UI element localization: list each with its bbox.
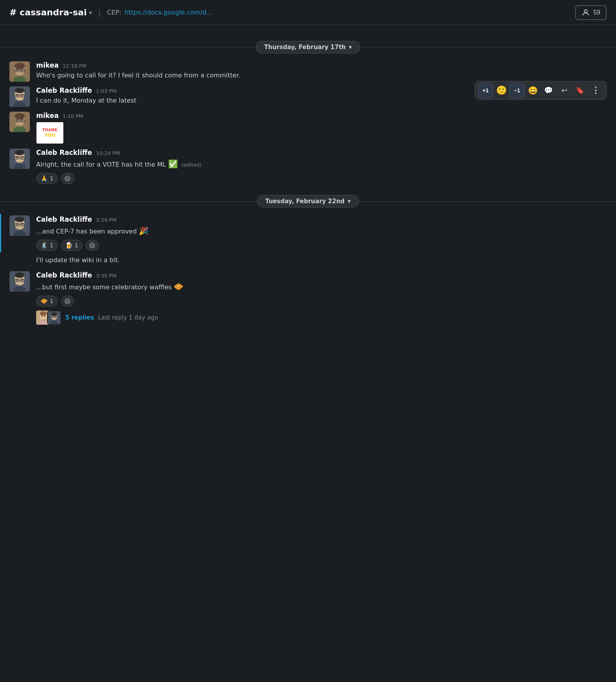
members-count: 59	[593, 9, 600, 16]
add-reaction-icon-4: 😄	[64, 175, 71, 182]
message-5-author: Caleb Rackliffe	[36, 215, 92, 223]
channel-chevron-icon[interactable]: ▾	[89, 9, 92, 16]
add-reaction-button-5[interactable]: 😄	[86, 240, 99, 251]
caleb-avatar-svg-3	[9, 215, 30, 236]
date-tuesday-text: Tuesday, February 22nd	[265, 198, 345, 205]
reaction-dance-count: 1	[50, 242, 53, 248]
svg-point-53	[22, 279, 23, 281]
svg-point-7	[16, 70, 18, 71]
message-5-text: ...and CEP-7 has been approved 🎉	[36, 225, 607, 237]
avatar-caleb-4	[9, 271, 30, 292]
message-5-content: Caleb Rackliffe 3:29 PM ...and CEP-7 has…	[36, 215, 607, 251]
message-4-text: Alright, the call for a VOTE has hit the…	[36, 158, 607, 170]
message-row-2: Caleb Rackliffe 1:03 PM I can do it, Mon…	[0, 85, 616, 108]
members-button[interactable]: 59	[575, 5, 607, 20]
add-reaction-button-6[interactable]: 😄	[61, 296, 74, 307]
message-5-time: 3:29 PM	[96, 217, 116, 223]
message-row-5: Caleb Rackliffe 3:29 PM ...and CEP-7 has…	[0, 214, 616, 252]
caleb-avatar-svg-2	[9, 149, 30, 169]
add-reaction-icon-5: 😄	[89, 242, 96, 249]
message-4-author: Caleb Rackliffe	[36, 149, 92, 156]
message-4-meta: Caleb Rackliffe 10:24 PM	[36, 149, 607, 156]
svg-point-34	[16, 157, 18, 158]
reaction-thankyou-emoji: 🙏	[40, 175, 48, 182]
channel-name[interactable]: # cassandra-sai ▾	[9, 7, 92, 17]
more-options-button[interactable]: ⋮	[588, 83, 603, 98]
thank-you-card: THANK YOU	[36, 122, 64, 144]
message-5-reactions: 🕺 1 🍺 1 😄	[36, 240, 607, 251]
svg-point-30	[15, 150, 24, 155]
message-5-meta: Caleb Rackliffe 3:29 PM	[36, 215, 607, 223]
message-row-3: mikea 1:10 PM THANK YOU	[0, 110, 616, 145]
svg-point-17	[22, 95, 23, 96]
svg-point-3	[15, 63, 25, 69]
svg-point-25	[16, 120, 18, 121]
svg-point-52	[16, 279, 18, 281]
replies-link[interactable]: 5 replies	[65, 314, 94, 321]
svg-point-0	[585, 9, 587, 12]
avatar-mikea-2	[9, 112, 30, 132]
reaction-dance[interactable]: 🕺 1	[36, 240, 58, 251]
date-divider-tuesday: Tuesday, February 22nd ▾	[0, 195, 616, 208]
reaction-waffle-emoji: 🧇	[40, 298, 48, 305]
caleb-avatar-svg-4	[9, 271, 30, 292]
svg-point-68	[55, 316, 57, 317]
mikea-avatar-svg-2	[9, 112, 30, 132]
reaction-beer[interactable]: 🍺 1	[61, 240, 82, 251]
cep-label: CEP:	[107, 9, 121, 16]
message-1-meta: mikea 12:19 PM	[36, 61, 607, 69]
replies-meta-text: Last reply 1 day ago	[98, 314, 158, 321]
date-tuesday-chevron: ▾	[348, 198, 351, 205]
message-3-content: mikea 1:10 PM THANK YOU	[36, 112, 607, 144]
svg-point-26	[22, 120, 23, 121]
waffle-emoji: 🧇	[174, 282, 183, 291]
minus-one-button[interactable]: −1	[510, 83, 524, 98]
add-reaction-button-4[interactable]: 😄	[61, 173, 74, 184]
svg-point-43	[16, 224, 18, 225]
header-right: 59	[575, 5, 607, 20]
date-pill-tuesday[interactable]: Tuesday, February 22nd ▾	[257, 195, 359, 208]
message-6-author: Caleb Rackliffe	[36, 271, 92, 279]
reaction-thankyou-count: 1	[50, 175, 53, 182]
reaction-thankyou[interactable]: 🙏 1	[36, 173, 58, 184]
quote-button[interactable]: 💬	[541, 83, 556, 98]
date-pill-thursday[interactable]: Thursday, February 17th ▾	[256, 41, 360, 53]
svg-point-21	[15, 113, 25, 119]
message-2-author: Caleb Rackliffe	[36, 86, 92, 94]
edited-label: (edited)	[182, 162, 202, 168]
replies-row: 5 replies Last reply 1 day ago	[36, 311, 607, 325]
emoji-smile-button[interactable]: 🙂	[494, 83, 509, 98]
date-thursday-text: Thursday, February 17th	[264, 44, 346, 51]
party-emoji: 🎉	[139, 226, 148, 235]
you-text: YOU	[44, 132, 55, 138]
reaction-waffle[interactable]: 🧇 1	[36, 296, 58, 307]
caleb-avatar-svg-1	[9, 86, 30, 107]
avatar-caleb-2	[9, 149, 30, 169]
svg-point-63	[51, 313, 57, 316]
message-6-reactions: 🧇 1 😄	[36, 296, 607, 307]
message-6-text: ...but first maybe some celebratory waff…	[36, 281, 607, 292]
message-4-reactions: 🙏 1 😄	[36, 173, 607, 184]
message-row-4: Caleb Rackliffe 10:24 PM Alright, the ca…	[0, 147, 616, 186]
reply-button[interactable]: ↩	[557, 83, 572, 98]
svg-point-48	[15, 272, 24, 278]
plus-one-button[interactable]: +1	[478, 83, 493, 98]
replies-count-text: 5 replies	[65, 314, 94, 321]
svg-point-59	[44, 316, 46, 318]
mikea-avatar-svg	[9, 61, 30, 82]
reaction-beer-count: 1	[75, 242, 78, 248]
messages-area: Thursday, February 17th ▾	[0, 25, 616, 334]
cep-link[interactable]: https://docs.google.com/d...	[125, 9, 213, 16]
message-1-content: mikea 12:19 PM Who's going to call for i…	[36, 61, 607, 80]
add-emoji-button[interactable]: 😄	[525, 83, 540, 98]
svg-point-58	[41, 316, 42, 318]
checkmark-emoji: ✅	[168, 159, 178, 169]
message-1-text: Who's going to call for it? I feel it sh…	[36, 71, 607, 80]
svg-point-67	[52, 316, 53, 317]
bookmark-button[interactable]: 🔖	[572, 83, 587, 98]
reply-avatar-2-svg	[48, 311, 60, 325]
svg-point-57	[40, 311, 47, 316]
message-5-followup: I'll update the wiki in a bit.	[0, 254, 616, 267]
reply-avatars	[36, 311, 61, 325]
message-6-meta: Caleb Rackliffe 3:30 PM	[36, 271, 607, 279]
